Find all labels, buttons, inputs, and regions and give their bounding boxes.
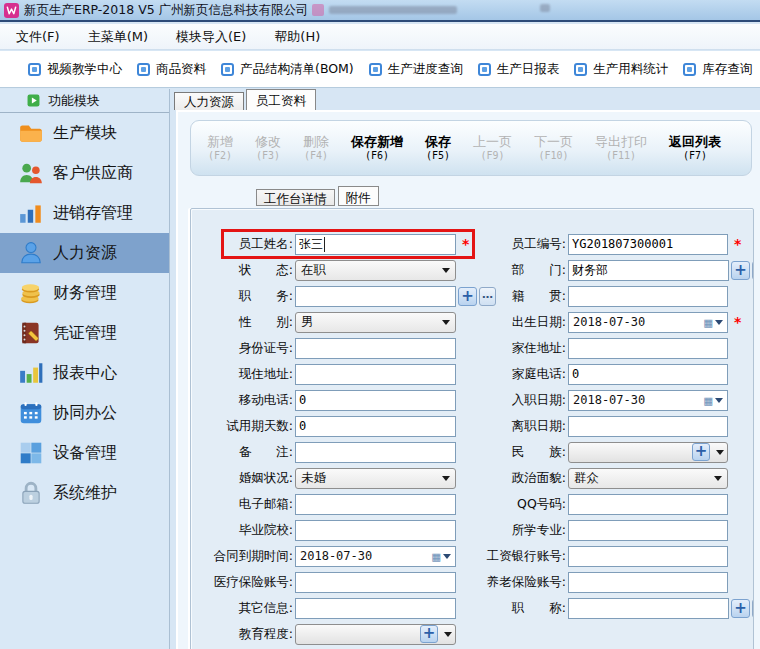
home-phone-input[interactable]	[568, 364, 728, 385]
selected-value: 未婚	[301, 470, 326, 487]
field-label-mobile-phone: 移动电话:	[209, 392, 293, 409]
sidebar-item-inventory[interactable]: 进销存管理	[0, 193, 169, 233]
education-level-select[interactable]: +	[295, 624, 456, 645]
major-input[interactable]	[568, 520, 728, 541]
menu-item-3[interactable]: 帮助(H)	[264, 25, 330, 49]
chevron-down-icon	[444, 632, 452, 637]
sidebar-item-label: 人力资源	[53, 243, 117, 264]
position-input[interactable]	[295, 286, 456, 307]
employee-form-groupbox: 员工姓名:*状 态:在职职 务:+…性 别:男身份证号:现住地址:移动电话:试用…	[190, 208, 754, 649]
home-address-input[interactable]	[568, 338, 728, 359]
field-control-graduate-school	[295, 520, 456, 541]
form-row-gender: 性 别:男	[209, 311, 469, 333]
employee-number-input[interactable]	[568, 234, 728, 255]
add-button[interactable]: +	[420, 625, 438, 643]
form-row-birth-date: 出生日期:2018-07-30▦*	[458, 311, 741, 333]
contract-expiry-date-datepicker[interactable]: 2018-07-30▦	[295, 546, 456, 567]
required-asterisk: *	[734, 314, 741, 330]
birth-date-datepicker[interactable]: 2018-07-30▦	[568, 312, 728, 333]
field-control-home-address	[568, 338, 728, 359]
quick-item-3[interactable]: 生产进度查询	[369, 61, 463, 78]
department-input[interactable]	[568, 260, 729, 281]
quick-item-label: 商品资料	[156, 61, 206, 78]
quick-item-5[interactable]: 生产用料统计	[574, 61, 668, 78]
back-to-list-button[interactable]: 返回列表(F7)	[669, 135, 721, 161]
native-place-input[interactable]	[568, 286, 728, 307]
current-address-input[interactable]	[295, 364, 456, 385]
ethnicity-select[interactable]: +	[568, 442, 728, 463]
chevron-down-icon	[714, 476, 722, 481]
equipment-tiles-icon	[18, 440, 44, 466]
sidebar-item-system-maintenance[interactable]: 系统维护	[0, 473, 169, 513]
email-input[interactable]	[295, 494, 456, 515]
graduate-school-input[interactable]	[295, 520, 456, 541]
add-button[interactable]: +	[731, 599, 750, 618]
sidebar-item-equipment[interactable]: 设备管理	[0, 433, 169, 473]
employee-name-input[interactable]	[295, 234, 456, 255]
tab-employee-info[interactable]: 员工资料	[246, 89, 316, 110]
form-row-position: 职 务:+…	[209, 285, 469, 307]
id-card-number-input[interactable]	[295, 338, 456, 359]
subtab-attachments[interactable]: 附件	[338, 186, 379, 206]
other-info-input[interactable]	[295, 598, 456, 619]
customers-icon	[18, 160, 44, 186]
field-label-pension-insurance-account: 养老保险账号:	[458, 574, 566, 591]
sidebar-item-collaboration[interactable]: 协同办公	[0, 393, 169, 433]
probation-days-input[interactable]	[295, 416, 456, 437]
status-select[interactable]: 在职	[295, 260, 456, 281]
marital-status-select[interactable]: 未婚	[295, 468, 456, 489]
salary-bank-account-input[interactable]	[568, 546, 728, 567]
add-button[interactable]: +	[731, 261, 750, 280]
sidebar-item-human-resources[interactable]: 人力资源	[0, 233, 169, 273]
political-status-select[interactable]: 群众	[568, 468, 728, 489]
menu-item-2[interactable]: 模块导入(E)	[166, 25, 256, 49]
quick-item-1[interactable]: 商品资料	[137, 61, 206, 78]
save-new-button[interactable]: 保存新增(F6)	[351, 135, 403, 161]
field-control-employee-number	[568, 234, 728, 255]
job-title-input[interactable]	[568, 598, 729, 619]
gender-select[interactable]: 男	[295, 312, 456, 333]
tab-human-resources[interactable]: 人力资源	[174, 92, 244, 110]
hire-date-datepicker[interactable]: 2018-07-30▦	[568, 390, 728, 411]
add-button[interactable]: +	[692, 443, 710, 461]
module-icon	[221, 63, 234, 76]
date-value: 2018-07-30	[300, 549, 372, 563]
sidebar-item-reports[interactable]: 报表中心	[0, 353, 169, 393]
browse-button[interactable]: …	[752, 599, 754, 618]
button-label: 下一页	[534, 135, 573, 150]
save-button[interactable]: 保存(F5)	[425, 135, 451, 161]
subtab-workbench-detail[interactable]: 工作台详情	[256, 189, 335, 206]
field-label-qq-number: QQ号码:	[458, 496, 566, 513]
remark-input[interactable]	[295, 442, 456, 463]
sidebar-item-production[interactable]: 生产模块	[0, 113, 169, 153]
chevron-down-icon	[442, 320, 450, 325]
next-page-button: 下一页(F10)	[534, 135, 573, 161]
selected-value: 群众	[574, 470, 599, 487]
sidebar-item-customers-suppliers[interactable]: 客户供应商	[0, 153, 169, 193]
quick-item-2[interactable]: 产品结构清单(BOM)	[221, 61, 354, 78]
form-row-resign-date: 离职日期:	[458, 415, 741, 437]
form-row-other-info: 其它信息:	[209, 597, 469, 619]
sidebar-item-label: 凭证管理	[53, 323, 117, 344]
menu-item-1[interactable]: 主菜单(M)	[78, 25, 158, 49]
field-label-employee-number: 员工编号:	[458, 236, 566, 253]
app-logo-icon	[4, 3, 19, 18]
quick-item-4[interactable]: 生产日报表	[478, 61, 560, 78]
sidebar-item-label: 进销存管理	[53, 203, 133, 224]
medical-insurance-account-input[interactable]	[295, 572, 456, 593]
pension-insurance-account-input[interactable]	[568, 572, 728, 593]
quick-item-6[interactable]: 库存查询	[683, 61, 752, 78]
browse-button[interactable]: …	[752, 261, 754, 280]
title-bar: 新页生产ERP-2018 V5 广州新页信息科技有限公司	[0, 0, 760, 22]
resign-date-input[interactable]	[568, 416, 728, 437]
sidebar-item-voucher[interactable]: 凭证管理	[0, 313, 169, 353]
form-row-graduate-school: 毕业院校:	[209, 519, 469, 541]
sidebar-item-finance[interactable]: 财务管理	[0, 273, 169, 313]
qq-number-input[interactable]	[568, 494, 728, 515]
menu-item-0[interactable]: 文件(F)	[6, 25, 70, 49]
button-fkey: (F11)	[595, 150, 647, 162]
quick-item-0[interactable]: 视频教学中心	[28, 61, 122, 78]
chevron-down-icon	[443, 554, 451, 559]
mobile-phone-input[interactable]	[295, 390, 456, 411]
form-row-education-level: 教育程度:+	[209, 623, 469, 645]
